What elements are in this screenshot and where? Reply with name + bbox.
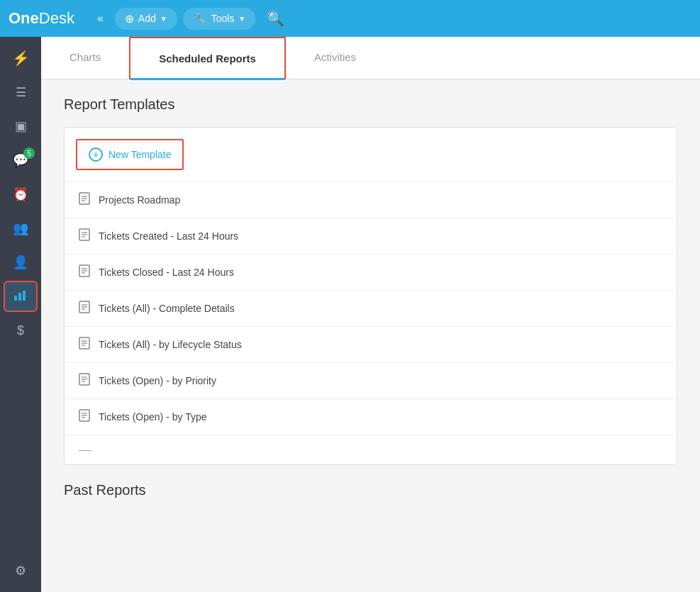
add-label: Add [138,13,156,24]
template-item-label: Tickets (All) - Complete Details [99,303,235,314]
sidebar-item-lightning[interactable]: ⚡ [4,43,38,74]
template-item[interactable]: Tickets Closed - Last 24 Hours [65,254,677,290]
dollar-icon: $ [17,323,24,338]
sidebar-item-charts[interactable] [4,281,38,312]
template-item[interactable]: Tickets (All) - by Lifecycle Status [65,326,677,362]
add-icon: ⊕ [125,12,134,26]
template-item[interactable]: Tickets Created - Last 24 Hours [65,218,677,254]
tabs-bar: Charts Scheduled Reports Activities [41,37,700,79]
template-item-label: Tickets (Open) - by Priority [99,375,216,386]
doc-icon [79,264,90,280]
tools-icon: 🔧 [193,12,207,26]
template-item[interactable]: Projects Roadmap [65,181,677,218]
tab-scheduled-reports-label: Scheduled Reports [159,52,256,65]
tools-chevron-icon: ▼ [238,15,245,23]
users-gear-icon: 👥 [13,220,28,236]
tools-button[interactable]: 🔧 Tools ▼ [183,8,256,30]
template-item-label: Projects Roadmap [99,194,180,206]
tools-label: Tools [211,13,235,24]
lightning-icon: ⚡ [12,50,30,67]
top-nav: OneDesk « ⊕ Add ▼ 🔧 Tools ▼ 🔍 [0,0,700,37]
logo: OneDesk [9,9,74,28]
main-layout: ⚡ ☰ ▣ 💬 5 ⏰ 👥 👤 [0,37,700,592]
sidebar-item-users[interactable]: 👤 [4,247,38,278]
clock-icon: ⏰ [13,186,28,202]
add-button[interactable]: ⊕ Add ▼ [115,8,177,30]
template-item-label: Tickets Closed - Last 24 Hours [99,267,234,278]
add-chevron-icon: ▼ [160,15,167,23]
doc-icon [79,337,90,352]
tab-scheduled-reports[interactable]: Scheduled Reports [129,37,286,79]
charts-icon [13,288,28,306]
doc-icon [79,192,90,208]
plus-circle-icon: + [89,147,103,162]
template-item-label: Tickets (Open) - by Type [99,411,207,423]
new-template-label: New Template [109,149,171,160]
sidebar-item-settings[interactable]: ⚙ [4,555,38,586]
search-button[interactable]: 🔍 [267,10,284,27]
template-list-ellipsis: — [65,435,677,464]
sidebar-item-list[interactable]: ☰ [4,77,38,108]
template-item[interactable]: Tickets (Open) - by Priority [65,362,677,398]
chat-badge: 5 [23,147,35,159]
sidebar: ⚡ ☰ ▣ 💬 5 ⏰ 👥 👤 [0,37,41,592]
template-item-label: Tickets (All) - by Lifecycle Status [99,339,242,350]
logo-text: OneDesk [9,9,74,28]
template-item[interactable]: Tickets (Open) - by Type [65,398,677,435]
past-reports-title: Past Reports [64,482,677,498]
gear-icon: ⚙ [15,563,26,579]
template-list: Projects Roadmap Tickets Created - Last … [65,181,677,464]
doc-icon [79,301,90,316]
search-icon: 🔍 [267,11,284,26]
monitor-icon: ▣ [15,118,27,134]
doc-icon [79,373,90,389]
sidebar-item-chat[interactable]: 💬 5 [4,145,38,176]
tab-charts-label: Charts [70,51,101,63]
new-template-button[interactable]: + New Template [76,139,184,170]
sidebar-item-users-gear[interactable]: 👥 [4,213,38,244]
template-item-label: Tickets Created - Last 24 Hours [99,230,238,242]
tab-activities[interactable]: Activities [286,37,384,79]
svg-rect-2 [23,291,26,301]
sidebar-item-billing[interactable]: $ [4,315,38,346]
scrollable-content: Report Templates + New Template Projects… [41,79,700,592]
tab-activities-label: Activities [314,51,356,63]
doc-icon [79,228,90,244]
report-templates-card: + New Template Projects Roadmap [64,127,677,465]
sidebar-item-clock[interactable]: ⏰ [4,179,38,210]
sidebar-item-monitor[interactable]: ▣ [4,111,38,142]
collapse-icon: « [97,12,104,24]
collapse-button[interactable]: « [91,9,109,28]
doc-icon [79,409,90,425]
users-icon: 👤 [13,255,28,270]
svg-rect-0 [14,296,17,301]
tab-charts[interactable]: Charts [41,37,129,79]
report-templates-title: Report Templates [64,96,677,113]
svg-rect-1 [18,293,21,301]
template-item[interactable]: Tickets (All) - Complete Details [65,290,677,326]
list-icon: ☰ [16,85,26,100]
content-area: Charts Scheduled Reports Activities Repo… [41,37,700,592]
